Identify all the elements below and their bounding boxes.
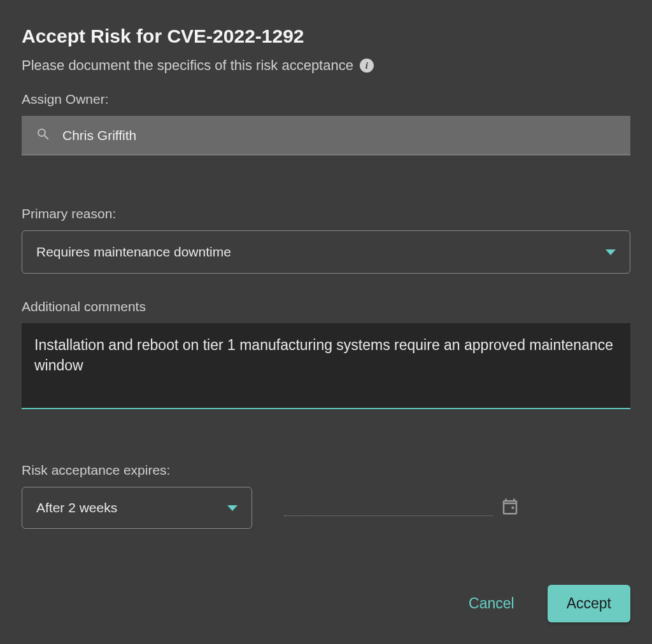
owner-input[interactable] xyxy=(62,128,616,143)
primary-reason-value: Requires maintenance downtime xyxy=(36,244,231,260)
chevron-down-icon xyxy=(606,249,616,255)
comments-label: Additional comments xyxy=(22,299,630,314)
owner-search-field[interactable] xyxy=(22,116,630,155)
cancel-button[interactable]: Cancel xyxy=(464,589,520,619)
date-underline xyxy=(284,515,493,516)
dialog-subtitle-row: Please document the specifics of this ri… xyxy=(22,57,630,74)
accept-button[interactable]: Accept xyxy=(548,585,630,622)
reason-label: Primary reason: xyxy=(22,206,630,221)
expires-value: After 2 weeks xyxy=(36,500,117,515)
comments-textarea[interactable] xyxy=(22,323,630,409)
owner-label: Assign Owner: xyxy=(22,92,630,107)
dialog-title: Accept Risk for CVE-2022-1292 xyxy=(22,25,630,47)
accept-risk-dialog: Accept Risk for CVE-2022-1292 Please doc… xyxy=(0,0,652,644)
expires-select[interactable]: After 2 weeks xyxy=(22,487,252,529)
dialog-actions: Cancel Accept xyxy=(464,585,630,622)
info-icon[interactable]: i xyxy=(360,59,374,73)
expires-date-field[interactable] xyxy=(284,497,520,519)
expires-label: Risk acceptance expires: xyxy=(22,463,630,478)
primary-reason-select[interactable]: Requires maintenance downtime xyxy=(22,230,630,274)
dialog-subtitle: Please document the specifics of this ri… xyxy=(22,57,353,74)
chevron-down-icon xyxy=(227,505,237,511)
calendar-icon[interactable] xyxy=(500,497,520,519)
search-icon xyxy=(36,127,51,144)
